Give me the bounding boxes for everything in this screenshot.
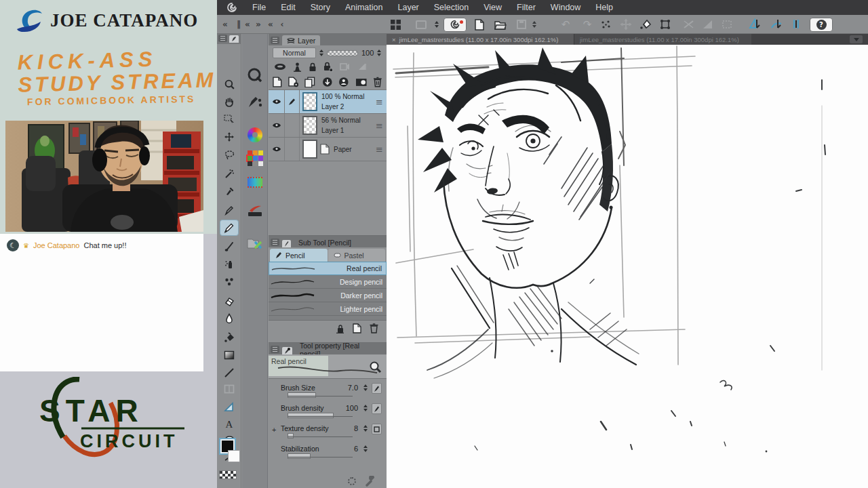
tab-list-dropdown[interactable]: [850, 35, 863, 43]
menu-edit[interactable]: Edit: [281, 3, 296, 12]
dock-expand-button[interactable]: »: [254, 15, 263, 34]
drawing-canvas[interactable]: [387, 45, 868, 488]
delete-dots-button[interactable]: [598, 15, 613, 34]
color-history-icon[interactable]: [245, 235, 264, 252]
chat-panel[interactable]: ☾ ♛ Joe Catapano Chat me up!!: [0, 234, 203, 371]
stabilization-slider[interactable]: [288, 453, 311, 459]
brush-density-slider[interactable]: [288, 413, 334, 418]
document-tab-active[interactable]: × jimLee_mastrerstudies (11.00 x 17.00in…: [387, 34, 574, 45]
fill-tool[interactable]: [220, 329, 239, 346]
document-tab-inactive[interactable]: jimLee_mastrerstudies (11.00 x 17.00in 3…: [574, 34, 751, 45]
decoration-tool[interactable]: [220, 274, 239, 290]
brush-density-dynamics-button[interactable]: [372, 403, 382, 414]
subview-tool-icon[interactable]: [245, 66, 264, 84]
texture-density-source-button[interactable]: [372, 424, 382, 434]
save-button[interactable]: [514, 15, 529, 34]
color-wheel-icon[interactable]: [245, 126, 264, 144]
subtool-panel-header[interactable]: Sub Tool [Pencil]: [269, 236, 387, 247]
dock-back-button[interactable]: ‹: [278, 15, 286, 34]
layer-row-paper[interactable]: Paper ≡: [269, 138, 387, 161]
texture-density-stepper[interactable]: [363, 425, 368, 432]
tab-pencil[interactable]: Pencil: [270, 249, 328, 262]
brush-density-stepper[interactable]: [363, 405, 368, 411]
layer-row-layer2[interactable]: 100 % Normal Layer 2 ≡: [269, 90, 387, 114]
intermediate-color-icon[interactable]: [245, 174, 264, 191]
lasso-select-tool[interactable]: [220, 146, 239, 163]
bar-stepper[interactable]: [433, 15, 441, 34]
snap-guide-button[interactable]: [788, 15, 804, 34]
blend-stepper[interactable]: [319, 49, 323, 56]
brush-darker-pencil[interactable]: Darker pencil: [269, 289, 387, 302]
menu-animation[interactable]: Animation: [345, 3, 383, 12]
brush-size-stepper[interactable]: [363, 384, 368, 391]
new-subtool-icon[interactable]: [353, 323, 361, 333]
reset-all-settings-icon[interactable]: [348, 477, 356, 485]
snap-off-button[interactable]: [681, 15, 697, 34]
fill-bucket-button[interactable]: [637, 15, 654, 34]
pencil-tool[interactable]: [220, 220, 239, 236]
texture-density-slider[interactable]: [288, 433, 294, 439]
blend-mode-select[interactable]: Normal: [273, 47, 316, 58]
menu-view[interactable]: View: [484, 3, 502, 12]
eyedropper-tool[interactable]: [220, 183, 239, 199]
tool-property-header[interactable]: Tool property [Real pencil]: [269, 343, 387, 354]
snap-grid-button[interactable]: [700, 15, 716, 34]
visibility-cell[interactable]: [269, 138, 285, 161]
dock-divider-handle[interactable]: ‖: [235, 15, 243, 34]
layer-panel-header[interactable]: Layer: [269, 34, 387, 45]
duplicate-layer-icon[interactable]: [304, 77, 316, 87]
advanced-settings-wrench-icon[interactable]: [366, 476, 377, 487]
brush-size-slider[interactable]: [288, 392, 316, 398]
ruler-range-icon-disabled[interactable]: [357, 62, 368, 71]
menu-filter[interactable]: Filter: [517, 3, 536, 12]
tab-pastel[interactable]: Pastel: [328, 249, 386, 262]
create-mask-icon[interactable]: [355, 78, 368, 87]
transfer-icon[interactable]: [293, 62, 302, 72]
layer-menu-handle[interactable]: ≡: [376, 97, 383, 107]
workspace-grid-button[interactable]: [388, 15, 403, 34]
blend-tool[interactable]: [220, 310, 239, 327]
open-clip-studio-button[interactable]: [443, 15, 467, 34]
wand-select-tool[interactable]: [220, 166, 239, 182]
merge-down-icon[interactable]: [322, 77, 333, 87]
layer-thumbnail[interactable]: [302, 92, 317, 111]
snap-special-ruler-button[interactable]: [768, 15, 785, 34]
layer-thumbnail[interactable]: [302, 140, 317, 159]
layer-row-layer1[interactable]: 56 % Normal Layer 1 ≡: [269, 114, 387, 138]
menu-selection[interactable]: Selection: [434, 3, 469, 12]
brush-lighter-pencil[interactable]: Lighter pencil: [269, 302, 387, 316]
menu-story[interactable]: Story: [311, 3, 330, 12]
new-file-button[interactable]: [472, 15, 487, 34]
help-button[interactable]: ?: [810, 15, 833, 34]
close-tab-icon[interactable]: ×: [392, 36, 396, 43]
tool-palette-header[interactable]: [217, 34, 241, 44]
bar-stepper[interactable]: [530, 15, 538, 34]
menu-help[interactable]: Help: [595, 3, 613, 12]
snap-vanish-button[interactable]: [719, 15, 735, 34]
eraser-tool[interactable]: [220, 293, 239, 309]
figure-line-tool[interactable]: [220, 365, 239, 381]
menu-file[interactable]: File: [252, 3, 266, 12]
dock-collapse-button[interactable]: «: [243, 15, 252, 34]
move-tool[interactable]: [220, 129, 239, 145]
pen-tool[interactable]: [220, 202, 239, 218]
screen-mode-button[interactable]: [414, 15, 429, 34]
redo-button[interactable]: ↷: [580, 15, 594, 34]
opacity-stepper[interactable]: [377, 49, 381, 56]
brush-tool[interactable]: [220, 239, 239, 255]
snap-ruler-button[interactable]: [746, 15, 764, 34]
pen-settings-icon[interactable]: [245, 94, 264, 111]
blend-eye-icon[interactable]: [274, 63, 286, 70]
menu-window[interactable]: Window: [551, 3, 580, 12]
ruler-tool[interactable]: [220, 399, 239, 415]
frame-border-tool[interactable]: [220, 381, 239, 397]
menu-layer[interactable]: Layer: [397, 3, 418, 12]
layer-menu-handle[interactable]: ≡: [376, 144, 383, 155]
opacity-slider[interactable]: [327, 50, 358, 56]
chat-username[interactable]: Joe Catapano: [33, 241, 80, 249]
new-layer-settings-icon[interactable]: [288, 77, 299, 87]
lock-layer-icon[interactable]: [323, 62, 333, 72]
stabilization-stepper[interactable]: [363, 445, 368, 452]
dock-collapse-button[interactable]: «: [220, 15, 231, 34]
new-layer-icon[interactable]: [273, 77, 282, 87]
